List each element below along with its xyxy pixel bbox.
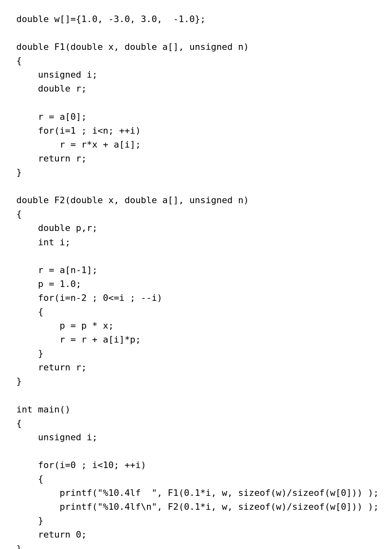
code-container: double w[]={1.0, -3.0, 3.0, -1.0}; doubl… [16, 12, 376, 549]
code-block: double w[]={1.0, -3.0, 3.0, -1.0}; doubl… [16, 12, 376, 549]
